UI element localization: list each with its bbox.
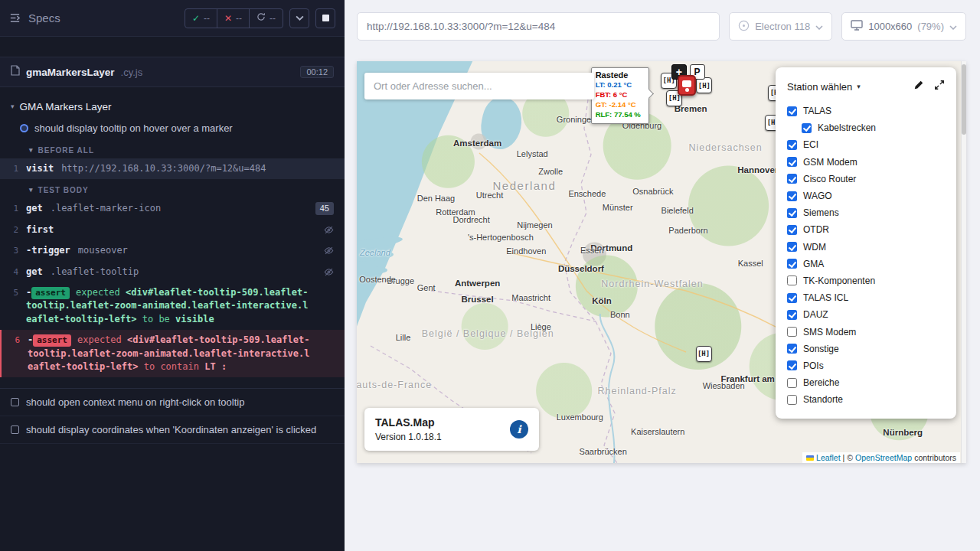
layer-checkbox[interactable] (787, 293, 797, 303)
layer-checkbox[interactable] (787, 174, 797, 184)
layer-item[interactable]: Cisco Router (787, 171, 945, 187)
collapse-button[interactable] (289, 8, 309, 28)
reporter-header: Specs ✓ -- ✕ -- -- (0, 0, 345, 37)
command-row-get[interactable]: 4get.leaflet-tooltip (0, 262, 345, 282)
layer-item[interactable]: SMS Modem (787, 323, 945, 340)
command-body: -triggermouseover (26, 244, 311, 257)
command-row-trigger[interactable]: 3-triggermouseover (0, 240, 345, 261)
pending-test-row[interactable]: should display coordinates when 'Koordin… (0, 416, 345, 444)
layer-checkbox[interactable] (787, 157, 797, 167)
layer-checkbox[interactable] (787, 276, 797, 285)
pending-count: -- (270, 13, 276, 24)
aut-url-text: http://192.168.10.33:3000/?m=12&u=484 (367, 21, 555, 32)
map-scrollbar[interactable] (961, 61, 966, 463)
layer-checkbox[interactable] (787, 395, 797, 405)
layer-checkbox[interactable] (787, 242, 797, 252)
layer-item[interactable]: TALAS ICL (787, 289, 945, 306)
command-row-get[interactable]: 1get.leaflet-marker-icon45 (0, 198, 345, 219)
command-row-visit[interactable]: 1visithttp://192.168.10.33:3000/?m=12&u=… (0, 158, 345, 179)
version-card-text: TALAS.Map Version 1.0.18.1 (375, 416, 442, 442)
scrollbar-thumb[interactable] (962, 64, 966, 135)
layer-item[interactable]: POIs (787, 357, 945, 374)
edit-pencil-icon[interactable] (913, 80, 924, 93)
layer-checkbox[interactable] (787, 191, 797, 201)
map-label: Lille (396, 333, 411, 342)
pending-tests: should open context menu on right-click … (0, 388, 345, 444)
map-label: Düsseldorf (558, 264, 604, 273)
command-message: mouseover (78, 245, 128, 256)
chevron-down-icon: ▾ (29, 187, 34, 194)
layer-checkbox[interactable] (787, 106, 797, 116)
layer-item[interactable]: Standorte (787, 391, 945, 408)
layer-checkbox[interactable] (787, 327, 797, 337)
chevron-down-icon: ▾ (11, 103, 15, 110)
layer-label: Cisco Router (803, 174, 856, 184)
cross-icon: ✕ (224, 13, 232, 24)
leaflet-link[interactable]: Leaflet (816, 453, 841, 462)
leaflet-flag-icon (806, 455, 814, 461)
layer-item[interactable]: TK-Komponenten (787, 272, 945, 289)
layer-item[interactable]: WDM (787, 239, 945, 256)
layer-item[interactable]: OTDR (787, 221, 945, 238)
aut-url[interactable]: http://192.168.10.33:3000/?m=12&u=484 (357, 12, 720, 41)
layer-item[interactable]: Bereiche (787, 374, 945, 391)
search-input[interactable] (364, 73, 594, 99)
layer-item[interactable]: ECI (787, 136, 945, 153)
layer-label: Kabelstrecken (818, 122, 876, 133)
layer-checkbox[interactable] (787, 259, 797, 269)
layer-checkbox[interactable] (787, 360, 797, 370)
layer-checkbox[interactable] (787, 225, 797, 235)
layer-item[interactable]: GMA (787, 256, 945, 272)
layer-item[interactable]: Kabelstrecken (787, 119, 945, 136)
layer-item[interactable]: TALAS (787, 103, 945, 119)
layer-checkbox[interactable] (802, 123, 812, 133)
browser-select[interactable]: Electron 118 (729, 12, 832, 41)
test-running-icon (20, 124, 28, 132)
pending-test-row[interactable]: should open context menu on right-click … (0, 389, 345, 416)
stop-button[interactable] (315, 8, 335, 28)
viewport-select[interactable]: 1000x660 (79%) (841, 12, 966, 41)
info-icon[interactable]: i (510, 420, 528, 439)
layer-item[interactable]: DAUZ (787, 306, 945, 323)
map-label: Nordrhein-Westfalen (601, 279, 703, 289)
active-test-row[interactable]: should display tooltip on hover over a m… (0, 117, 345, 139)
layer-checkbox[interactable] (787, 140, 797, 150)
layer-checkbox[interactable] (787, 378, 797, 388)
layer-item[interactable]: GSM Modem (787, 154, 945, 171)
layer-checkbox[interactable] (787, 344, 797, 354)
tooltip-title: Rastede (596, 70, 645, 80)
command-body: -assertexpected <div#leaflet-tooltip-509… (28, 334, 311, 373)
map-label: Groningen (557, 115, 596, 124)
layer-item[interactable]: Siemens (787, 204, 945, 221)
map-label: Kaiserslautern (631, 427, 684, 436)
layer-label: Bereiche (803, 377, 839, 388)
command-count-badge: 45 (315, 202, 334, 215)
hook-before-all[interactable]: ▾ BEFORE ALL (0, 139, 345, 158)
test-title: should display coordinates when 'Koordin… (26, 424, 316, 435)
station-marker[interactable]: [H] (696, 346, 712, 362)
aut-iframe-map[interactable]: NederlandNiedersachsenBelgië / Belgique … (357, 61, 966, 463)
layer-item[interactable]: Sonstige (787, 341, 945, 357)
layer-item[interactable]: WAGO (787, 187, 945, 204)
stage-toolbar: http://192.168.10.33:3000/?m=12&u=484 El… (345, 0, 980, 41)
expand-icon[interactable] (934, 80, 945, 93)
layer-label: WAGO (803, 191, 832, 201)
command-row-assert[interactable]: 5-assertexpected <div#leaflet-tooltip-50… (0, 282, 345, 330)
hidden-element-icon (324, 246, 334, 259)
layer-checkbox[interactable] (787, 208, 797, 218)
map-label: Bonn (610, 310, 630, 319)
selected-station-marker[interactable] (678, 75, 696, 96)
command-row-first[interactable]: 2first (0, 220, 345, 240)
osm-link[interactable]: OpenStreetMap (855, 453, 912, 462)
attribution-suffix: contributors (914, 453, 956, 462)
layer-checkbox[interactable] (787, 310, 797, 320)
specs-list-icon[interactable] (9, 12, 21, 24)
assert-badge: assert (31, 287, 70, 299)
station-marker[interactable]: [H] (696, 77, 712, 93)
suite-title[interactable]: ▾ GMA Markers Layer (0, 95, 345, 117)
spec-file-row[interactable]: gmaMarkersLayer .cy.js 00:12 (0, 57, 345, 87)
command-row-assert[interactable]: 6-assertexpected <div#leaflet-tooltip-50… (0, 330, 345, 377)
station-dropdown[interactable]: Station wählen (787, 81, 852, 93)
command-method: trigger (31, 245, 70, 256)
hook-test-body[interactable]: ▾ TEST BODY (0, 179, 345, 198)
